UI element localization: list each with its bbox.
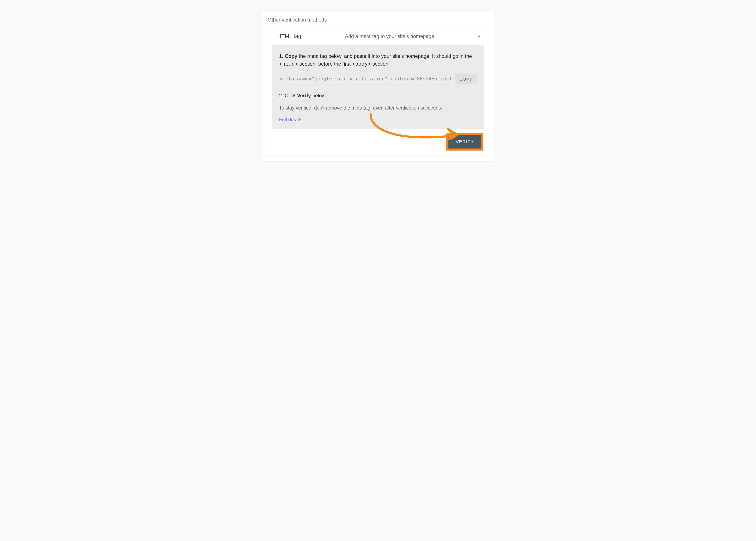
card-body: 1. Copy the meta tag below, and paste it… [272,45,484,129]
step-2-text: below. [311,93,327,98]
card-header[interactable]: HTML tag Add a meta tag to your site's h… [267,28,489,45]
verify-button[interactable]: VERIFY [448,135,481,148]
step-2: 2. Click Verify below. [279,92,477,99]
copy-button[interactable]: COPY [455,74,477,84]
panel-title: Other verification methods [268,17,489,23]
method-description: Add a meta tag to your site's homepage [345,33,469,39]
full-details-link[interactable]: Full details [279,117,302,123]
card-footer: VERIFY [267,129,489,156]
step-1-body-tag: <body> [352,61,371,67]
hint-text: To stay verified, don't remove the meta … [279,104,477,112]
meta-tag-input[interactable] [279,74,451,84]
step-1-head-tag: <head> [279,61,298,67]
html-tag-card: HTML tag Add a meta tag to your site's h… [267,28,489,156]
step-1: 1. Copy the meta tag below, and paste it… [279,52,477,68]
step-1-text-b: section, before the first [298,61,352,67]
chevron-up-icon[interactable] [476,33,482,39]
step-2-number: 2. Click [279,93,297,98]
step-1-text-c: section. [371,61,390,67]
method-name: HTML tag [277,33,345,39]
step-1-text-a: the meta tag below, and paste it into yo… [297,53,472,59]
step-2-bold: Verify [297,93,311,98]
verify-highlight: VERIFY [446,133,483,151]
step-1-number: 1. [279,53,285,59]
verification-panel: Other verification methods HTML tag Add … [262,12,494,162]
meta-tag-row: COPY [279,74,477,84]
step-1-bold: Copy [285,53,297,59]
